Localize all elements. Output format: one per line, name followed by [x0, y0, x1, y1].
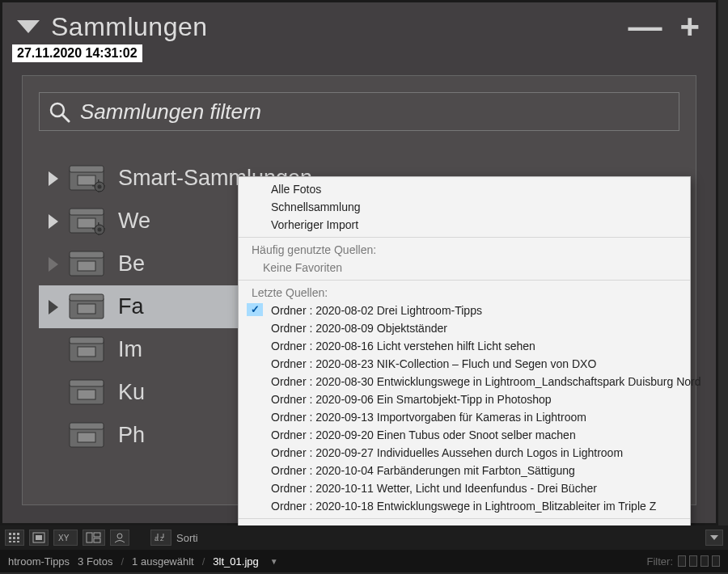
disclosure-triangle-icon[interactable] [39, 214, 68, 229]
menu-item-recent[interactable]: Ordner : 2020-08-09 Objektständer [239, 319, 690, 337]
filter-label: Filter: [647, 555, 674, 568]
svg-rect-16 [92, 228, 95, 230]
menu-divider [239, 237, 690, 238]
timestamp-overlay: 27.11.2020 14:31:02 [12, 44, 142, 62]
recent-sources-context-menu: Alle FotosSchnellsammlungVorheriger Impo… [238, 176, 691, 562]
svg-rect-33 [70, 423, 104, 429]
collection-icon [68, 293, 105, 322]
disclosure-triangle-icon[interactable] [39, 171, 68, 186]
smart-collection-icon [68, 207, 105, 236]
menu-item-recent[interactable]: Ordner : 2020-09-27 Individuelles Ausseh… [239, 444, 690, 462]
compare-view-button[interactable]: XY [53, 530, 78, 546]
svg-rect-35 [9, 533, 11, 535]
svg-rect-34 [78, 433, 95, 442]
collection-icon [68, 378, 105, 407]
collapse-triangle-icon[interactable] [17, 20, 40, 33]
svg-rect-4 [78, 175, 95, 185]
menu-item-recent[interactable]: Ordner : 2020-08-23 NIK-Collection – Flu… [239, 355, 690, 373]
svg-rect-47 [87, 533, 92, 542]
breadcrumb-sep: / [202, 555, 205, 568]
svg-point-6 [98, 184, 102, 188]
breadcrumb-sep: / [121, 555, 124, 568]
menu-frequent-empty: Keine Favoriten [239, 259, 690, 276]
svg-rect-45 [36, 535, 42, 540]
svg-rect-9 [98, 179, 99, 183]
collection-icon [68, 421, 105, 450]
smart-collection-icon [68, 164, 105, 193]
svg-rect-41 [9, 541, 11, 542]
svg-rect-31 [78, 390, 95, 399]
menu-item-recent[interactable]: Ordner : 2020-09-20 Einen Tubus oder Sno… [239, 426, 690, 444]
menu-item-recent[interactable]: Ordner : 2020-08-02 Drei Lightroom-Tipps [239, 302, 690, 319]
menu-heading-recent: Letzte Quellen: [239, 284, 690, 302]
remove-collection-button[interactable]: — [623, 7, 667, 46]
breadcrumb-current-file[interactable]: 3lt_01.jpg [213, 555, 258, 568]
people-view-button[interactable] [110, 530, 129, 546]
menu-item-recent[interactable]: Ordner : 2020-10-11 Wetter, Licht und Id… [239, 479, 690, 497]
svg-line-1 [62, 115, 69, 121]
menu-divider [239, 518, 690, 519]
menu-item[interactable]: Alle Fotos [239, 180, 690, 198]
disclosure-triangle-icon[interactable] [39, 300, 68, 314]
svg-rect-25 [78, 304, 95, 314]
svg-rect-12 [70, 209, 104, 215]
grid-view-button[interactable] [5, 530, 24, 546]
menu-item-recent[interactable]: Ordner : 2020-10-18 Entwicklungswege in … [239, 497, 690, 515]
svg-rect-48 [94, 533, 100, 537]
bottom-toolbar: XY az Sorti [0, 525, 728, 550]
svg-rect-37 [17, 533, 19, 535]
svg-rect-18 [98, 222, 99, 226]
svg-rect-28 [78, 347, 95, 357]
menu-heading-frequent: Häufig genutzte Quellen: [239, 241, 690, 259]
breadcrumb-parent[interactable]: htroom-Tipps [8, 555, 70, 568]
svg-rect-17 [104, 228, 105, 230]
svg-rect-3 [70, 166, 104, 172]
svg-rect-27 [70, 337, 104, 344]
menu-item-recent[interactable]: Ordner : 2020-08-30 Entwicklungswege in … [239, 373, 690, 390]
sort-label[interactable]: Sorti [176, 532, 198, 544]
menu-item-recent[interactable]: Ordner : 2020-09-13 Importvorgaben für K… [239, 408, 690, 426]
svg-rect-8 [104, 185, 105, 187]
svg-point-50 [117, 534, 122, 538]
svg-rect-24 [70, 294, 104, 301]
collection-icon [68, 336, 105, 365]
svg-rect-30 [70, 380, 104, 386]
svg-point-15 [98, 227, 102, 231]
menu-item-recent[interactable]: Ordner : 2020-09-06 Ein Smartobjekt-Tipp… [239, 390, 690, 408]
svg-rect-43 [17, 541, 19, 542]
svg-rect-39 [13, 537, 15, 539]
menu-item[interactable]: Vorheriger Import [239, 216, 690, 234]
svg-rect-36 [13, 533, 15, 535]
breadcrumb-photo-count: 3 Fotos [78, 555, 112, 568]
sort-direction-button[interactable]: az [150, 530, 171, 546]
chevron-down-icon[interactable]: ▼ [270, 557, 278, 566]
loupe-view-button[interactable] [29, 530, 49, 546]
svg-rect-49 [94, 538, 100, 542]
breadcrumb-selected-count: 1 ausgewählt [132, 555, 194, 568]
svg-rect-40 [17, 537, 19, 539]
menu-item[interactable]: Schnellsammlung [239, 198, 690, 216]
toolbar-options-dropdown[interactable] [705, 530, 723, 546]
panel-layout-icons[interactable] [678, 555, 720, 567]
svg-rect-21 [70, 251, 104, 258]
search-placeholder: Sammlungen filtern [80, 99, 261, 125]
search-icon [48, 100, 70, 123]
svg-rect-13 [78, 218, 95, 228]
menu-item-recent[interactable]: Ordner : 2020-10-04 Farbänderungen mit F… [239, 462, 690, 479]
survey-view-button[interactable] [83, 530, 105, 546]
svg-rect-42 [13, 541, 15, 542]
svg-rect-19 [98, 234, 99, 235]
svg-text:XY: XY [58, 534, 70, 542]
add-collection-button[interactable]: + [675, 7, 705, 46]
status-bar: htroom-Tipps 3 Fotos / 1 ausgewählt / 3l… [0, 550, 728, 572]
search-bar[interactable]: Sammlungen filtern [39, 92, 679, 131]
collection-icon [68, 250, 105, 279]
panel-title: Sammlungen [51, 12, 623, 42]
menu-item-recent[interactable]: Ordner : 2020-08-16 Licht verstehen hilf… [239, 337, 690, 355]
svg-rect-7 [92, 185, 95, 187]
disclosure-triangle-icon[interactable] [39, 257, 68, 272]
svg-rect-38 [9, 537, 11, 539]
svg-rect-10 [98, 191, 99, 192]
menu-divider [239, 280, 690, 281]
svg-rect-22 [78, 261, 95, 271]
